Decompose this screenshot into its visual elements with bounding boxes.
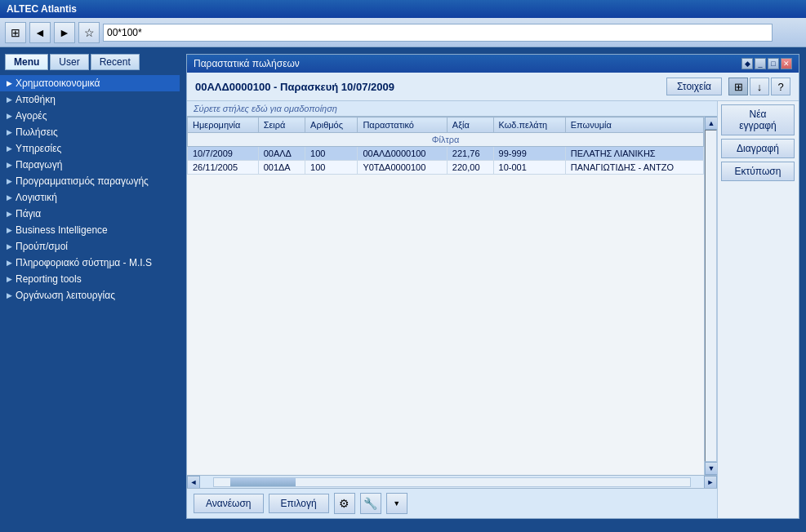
sidebar-label-6: Προγραμματισμός παραγωγής xyxy=(16,175,149,187)
sidebar-label-11: Πληροφοριακό σύστημα - M.I.S xyxy=(16,257,152,268)
cell-name-0: ΠΕΛΑΤΗΣ ΛΙΑΝΙΚΗΣ xyxy=(565,147,703,161)
cell-number-0: 100 xyxy=(305,147,358,161)
arrow-icon-6: ▶ xyxy=(7,177,12,185)
panel-close-btn[interactable]: ✕ xyxy=(781,58,792,69)
cell-doc-1: Υ0ΤΔΑ0000100 xyxy=(358,161,447,175)
tab-user[interactable]: User xyxy=(50,54,88,70)
settings-icon-btn[interactable]: ⚙ xyxy=(334,493,355,514)
new-record-button[interactable]: Νέα εγγραφή xyxy=(721,104,795,135)
table-row[interactable]: 26/11/2005 001ΔΑ 100 Υ0ΤΔΑ0000100 220,00… xyxy=(188,161,704,175)
arrow-icon-4: ▶ xyxy=(7,144,12,153)
horizontal-scrollbar[interactable]: ◄ ► xyxy=(187,475,717,488)
vertical-scrollbar[interactable]: ▲ ▼ xyxy=(704,117,717,475)
sidebar-item-poliseis[interactable]: ▶ Πωλήσεις xyxy=(0,124,180,140)
cell-value-0: 221,76 xyxy=(447,147,493,161)
cell-custcode-0: 99-999 xyxy=(493,147,565,161)
sidebar-item-xrimatooikonomika[interactable]: ▶ Χρηματοοικονομικά xyxy=(0,75,180,91)
toolbar: ⊞ ◄ ► ☆ xyxy=(0,18,806,47)
arrow-icon-12: ▶ xyxy=(7,275,12,283)
arrow-icon-11: ▶ xyxy=(7,259,12,267)
col-customer-code[interactable]: Κωδ.πελάτη xyxy=(493,117,565,133)
sidebar-item-apothiki[interactable]: ▶ Αποθήκη xyxy=(0,91,180,108)
col-doc[interactable]: Παραστατικό xyxy=(358,117,447,133)
cell-custcode-1: 10-001 xyxy=(493,161,565,175)
panel-controls: ◆ _ □ ✕ xyxy=(741,58,792,69)
home-btn[interactable]: ⊞ xyxy=(5,22,26,43)
table-area: Ημερομηνία Σειρά Αριθμός Παραστατικό Αξί… xyxy=(187,117,717,475)
form-view-btn[interactable]: ↓ xyxy=(750,78,769,95)
sidebar-items: ▶ Χρηματοοικονομικά ▶ Αποθήκη ▶ Αγορές ▶… xyxy=(0,75,180,304)
sidebar-label-3: Πωλήσεις xyxy=(16,126,58,138)
sidebar-item-pagia[interactable]: ▶ Πάγια xyxy=(0,206,180,222)
record-header: 00ΑΛΔ0000100 - Παρασκευή 10/07/2009 Στοι… xyxy=(187,73,799,101)
sidebar-item-bi[interactable]: ▶ Business Intelligence xyxy=(0,222,180,238)
hscroll-thumb[interactable] xyxy=(230,478,296,486)
col-name[interactable]: Επωνυμία xyxy=(565,117,703,133)
search-input[interactable] xyxy=(103,24,773,42)
sidebar-item-agores[interactable]: ▶ Αγορές xyxy=(0,108,180,124)
cell-date-1: 26/11/2005 xyxy=(188,161,259,175)
app-title: ALTEC Atlantis xyxy=(7,3,77,15)
arrow-icon-5: ▶ xyxy=(7,161,12,169)
vscroll-down-btn[interactable]: ▼ xyxy=(705,462,717,475)
sidebar: Menu User Recent ▶ Χρηματοοικονομικά ▶ Α… xyxy=(0,47,180,525)
sidebar-item-proypologismoi[interactable]: ▶ Προύπ/σμοί xyxy=(0,238,180,255)
refresh-button[interactable]: Ανανέωση xyxy=(194,494,264,513)
cell-date-0: 10/7/2009 xyxy=(188,147,259,161)
cell-doc-0: 00ΑΛΔ0000100 xyxy=(358,147,447,161)
panel-title: Παραστατικά πωλήσεων xyxy=(194,58,300,69)
vscroll-track[interactable] xyxy=(705,130,717,462)
table-body: 10/7/2009 00ΑΛΔ 100 00ΑΛΔ0000100 221,76 … xyxy=(188,147,704,175)
favorites-btn[interactable]: ☆ xyxy=(78,22,100,43)
panel-maximize-btn[interactable]: □ xyxy=(768,58,779,69)
dropdown-icon-btn[interactable]: ▼ xyxy=(386,493,407,514)
sidebar-label-2: Αγορές xyxy=(16,110,47,122)
sidebar-label-0: Χρηματοοικονομικά xyxy=(16,78,100,89)
table-header-row: Ημερομηνία Σειρά Αριθμός Παραστατικό Αξί… xyxy=(188,117,704,133)
sidebar-label-13: Οργάνωση λειτουργίας xyxy=(16,290,115,301)
print-button[interactable]: Εκτύπωση xyxy=(721,162,795,181)
sidebar-label-8: Πάγια xyxy=(16,208,41,219)
arrow-icon-3: ▶ xyxy=(7,128,12,136)
hscroll-right-btn[interactable]: ► xyxy=(704,476,717,489)
tools-icon-btn[interactable]: 🔧 xyxy=(360,493,381,514)
tab-menu[interactable]: Menu xyxy=(5,54,48,70)
select-button[interactable]: Επιλογή xyxy=(269,494,329,513)
col-value[interactable]: Αξία xyxy=(447,117,493,133)
grid-view-btn[interactable]: ⊞ xyxy=(728,78,748,95)
panel-titlebar: Παραστατικά πωλήσεων ◆ _ □ ✕ xyxy=(187,55,799,73)
sidebar-label-4: Υπηρεσίες xyxy=(16,143,61,154)
sidebar-item-programmatismos[interactable]: ▶ Προγραμματισμός παραγωγής xyxy=(0,173,180,189)
sidebar-label-12: Reporting tools xyxy=(16,273,82,285)
arrow-icon-2: ▶ xyxy=(7,112,12,120)
sidebar-item-mis[interactable]: ▶ Πληροφοριακό σύστημα - M.I.S xyxy=(0,255,180,271)
cell-name-1: ΠΑΝΑΓΙΩΤΙΔΗΣ - ΑΝΤΖΟ xyxy=(565,161,703,175)
main-layout: Menu User Recent ▶ Χρηματοοικονομικά ▶ Α… xyxy=(0,47,806,525)
hscroll-track xyxy=(213,477,691,487)
forward-btn[interactable]: ► xyxy=(54,22,75,43)
sidebar-item-paragogi[interactable]: ▶ Παραγωγή xyxy=(0,157,180,173)
sidebar-item-ypiresias[interactable]: ▶ Υπηρεσίες xyxy=(0,140,180,157)
col-number[interactable]: Αριθμός xyxy=(305,117,358,133)
panel: Παραστατικά πωλήσεων ◆ _ □ ✕ 00ΑΛΔ000010… xyxy=(186,54,799,519)
panel-diamond-btn[interactable]: ◆ xyxy=(741,58,753,69)
data-table: Ημερομηνία Σειρά Αριθμός Παραστατικό Αξί… xyxy=(187,117,704,175)
help-btn[interactable]: ? xyxy=(771,78,790,95)
table-scroll[interactable]: Ημερομηνία Σειρά Αριθμός Παραστατικό Αξί… xyxy=(187,117,704,475)
sidebar-label-5: Παραγωγή xyxy=(16,159,62,171)
panel-minimize-btn[interactable]: _ xyxy=(755,58,766,69)
col-series[interactable]: Σειρά xyxy=(258,117,305,133)
arrow-icon-0: ▶ xyxy=(7,79,12,87)
bottom-bar: Ανανέωση Επιλογή ⚙ 🔧 ▼ xyxy=(187,488,717,518)
sidebar-item-organosi[interactable]: ▶ Οργάνωση λειτουργίας xyxy=(0,287,180,304)
delete-button[interactable]: Διαγραφή xyxy=(721,139,795,158)
hscroll-left-btn[interactable]: ◄ xyxy=(187,476,200,489)
tab-recent[interactable]: Recent xyxy=(91,54,140,70)
sidebar-item-logistiki[interactable]: ▶ Λογιστική xyxy=(0,189,180,206)
col-date[interactable]: Ημερομηνία xyxy=(188,117,259,133)
sidebar-item-reporting[interactable]: ▶ Reporting tools xyxy=(0,271,180,287)
vscroll-up-btn[interactable]: ▲ xyxy=(705,117,717,130)
back-btn[interactable]: ◄ xyxy=(29,22,51,43)
table-row[interactable]: 10/7/2009 00ΑΛΔ 100 00ΑΛΔ0000100 221,76 … xyxy=(188,147,704,161)
details-button[interactable]: Στοιχεία xyxy=(666,78,722,95)
